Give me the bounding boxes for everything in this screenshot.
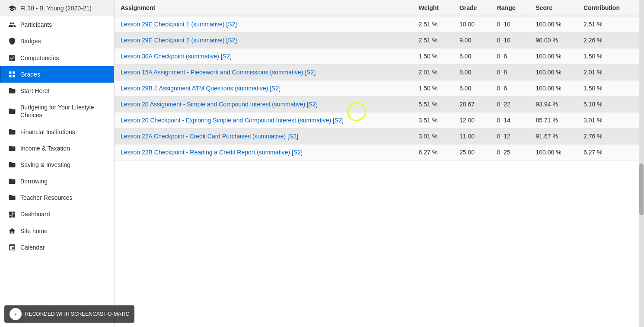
grade-cell: 20.67 [453,96,491,112]
score-cell: 93.94 % [529,96,577,112]
score-cell: 91.67 % [529,128,577,144]
folder-icon [8,161,16,169]
assignment-cell: Lesson 30A Checkpoint (summative) [S2] [115,48,413,64]
group-icon [8,21,16,29]
checkmark-box-icon [8,54,16,62]
range-cell: 0–12 [491,128,530,144]
weight-cell: 2.51 % [413,16,453,32]
sidebar-item-borrowing[interactable]: Borrowing [0,173,114,189]
weight-cell: 2.01 % [413,64,453,80]
table-row: Lesson 30A Checkpoint (summative) [S2]1.… [115,48,639,64]
assignment-cell: Lesson 20 Checkpoint - Exploring Simple … [115,112,413,128]
sidebar-item-label: Financial Institutions [20,128,107,136]
weight-cell: 1.50 % [413,80,453,96]
assignment-link[interactable]: Lesson 30A Checkpoint (summative) [S2] [121,53,232,60]
right-scrollbar[interactable] [639,0,644,327]
col-header-score: Score [529,0,577,16]
contribution-cell: 3.01 % [577,112,639,128]
weight-cell: 3.01 % [413,128,453,144]
assignment-link[interactable]: Lesson 29B.1 Assignment ATM Questions (s… [121,85,281,92]
assignment-link[interactable]: Lesson 15A Assignment - Piecework and Co… [121,69,316,76]
graduation-cap-icon [8,4,16,12]
sidebar-item-label: Participants [20,21,107,29]
weight-cell: 1.50 % [413,48,453,64]
assignment-link[interactable]: Lesson 22B Checkpoint - Reading a Credit… [121,149,303,156]
table-row: Lesson 22A Checkpoint - Credit Card Purc… [115,128,639,144]
sidebar-item-competencies[interactable]: Competencies [0,50,114,66]
sidebar-item-calendar[interactable]: Calendar [0,239,114,256]
sidebar-item-label: Site home [20,227,107,235]
sidebar: FL30 - B. Young (2020-21) Participants B… [0,0,115,327]
score-cell: 100.00 % [529,144,577,160]
col-header-assignment: Assignment [115,0,413,16]
sidebar-item-course[interactable]: FL30 - B. Young (2020-21) [0,0,114,16]
contribution-cell: 1.50 % [577,80,639,96]
grid-icon [8,71,16,78]
assignment-cell: Lesson 22A Checkpoint - Credit Card Purc… [115,128,413,144]
main-content: AssignmentWeightGradeRangeScoreContribut… [115,0,639,327]
sidebar-item-label: Start Here! [20,87,107,95]
contribution-cell: 2.51 % [577,16,639,32]
assignment-link[interactable]: Lesson 22A Checkpoint - Credit Card Purc… [121,133,298,140]
sidebar-item-label: Dashboard [20,210,107,218]
dashboard-icon [8,211,16,218]
sidebar-item-grades[interactable]: Grades [0,66,114,83]
folder-icon [8,177,16,185]
assignment-cell: Lesson 29E Checkpoint 2 (summative) [S2] [115,32,413,48]
assignment-link[interactable]: Lesson 20 Assignment - Simple and Compou… [121,101,318,108]
grade-cell: 9.00 [453,32,491,48]
sidebar-item-teacher-resources[interactable]: Teacher Resources [0,189,114,206]
col-header-grade: Grade [453,0,491,16]
assignment-cell: Lesson 29E Checkpoint 1 (summative) [S2] [115,16,413,32]
score-cell: 100.00 % [529,16,577,32]
grade-cell: 11.00 [453,128,491,144]
grade-cell: 12.00 [453,112,491,128]
assignment-link[interactable]: Lesson 20 Checkpoint - Exploring Simple … [121,117,344,124]
assignment-link[interactable]: Lesson 29E Checkpoint 2 (summative) [S2] [121,37,237,44]
sidebar-item-income-taxation[interactable]: Income & Taxation [0,140,114,157]
screencast-logo: ● [10,308,22,320]
sidebar-item-badges[interactable]: Badges [0,33,114,49]
col-header-weight: Weight [413,0,453,16]
col-header-contribution: Contribution [577,0,639,16]
score-cell: 100.00 % [529,48,577,64]
range-cell: 0–22 [491,96,530,112]
assignment-cell: Lesson 20 Assignment - Simple and Compou… [115,96,413,112]
assignment-cell: Lesson 15A Assignment - Piecework and Co… [115,64,413,80]
sidebar-item-dashboard[interactable]: Dashboard [0,206,114,222]
sidebar-item-budgeting[interactable]: Budgeting for Your Lifestyle Choices [0,99,114,123]
grade-cell: 6.00 [453,80,491,96]
score-cell: 100.00 % [529,64,577,80]
range-cell: 0–8 [491,64,530,80]
sidebar-item-site-home[interactable]: Site home [0,223,114,239]
sidebar-item-label: Budgeting for Your Lifestyle Choices [20,103,107,119]
folder-icon [8,107,16,115]
grade-cell: 10.00 [453,16,491,32]
table-row: Lesson 29E Checkpoint 1 (summative) [S2]… [115,16,639,32]
range-cell: 0–6 [491,80,530,96]
assignment-link[interactable]: Lesson 29E Checkpoint 1 (summative) [S2] [121,21,237,28]
table-header-row: AssignmentWeightGradeRangeScoreContribut… [115,0,639,16]
contribution-cell: 5.18 % [577,96,639,112]
folder-icon [8,128,16,136]
range-cell: 0–10 [491,32,530,48]
table-row: Lesson 20 Assignment - Simple and Compou… [115,96,639,112]
contribution-cell: 2.26 % [577,32,639,48]
sidebar-item-saving-investing[interactable]: Saving & Investing [0,157,114,173]
sidebar-item-financial-institutions[interactable]: Financial Institutions [0,124,114,140]
sidebar-item-label: Saving & Investing [20,161,107,169]
sidebar-item-label: Competencies [20,54,107,62]
scrollbar-thumb[interactable] [639,164,644,215]
sidebar-item-participants[interactable]: Participants [0,16,114,33]
sidebar-item-label: FL30 - B. Young (2020-21) [20,4,107,12]
sidebar-item-start-here[interactable]: Start Here! [0,83,114,99]
table-body: Lesson 29E Checkpoint 1 (summative) [S2]… [115,16,639,160]
contribution-cell: 2.01 % [577,64,639,80]
table-row: Lesson 15A Assignment - Piecework and Co… [115,64,639,80]
range-cell: 0–6 [491,48,530,64]
grades-table: AssignmentWeightGradeRangeScoreContribut… [115,0,639,160]
col-header-range: Range [491,0,530,16]
sidebar-item-label: Badges [20,37,107,45]
grade-cell: 6.00 [453,48,491,64]
contribution-cell: 6.27 % [577,144,639,160]
